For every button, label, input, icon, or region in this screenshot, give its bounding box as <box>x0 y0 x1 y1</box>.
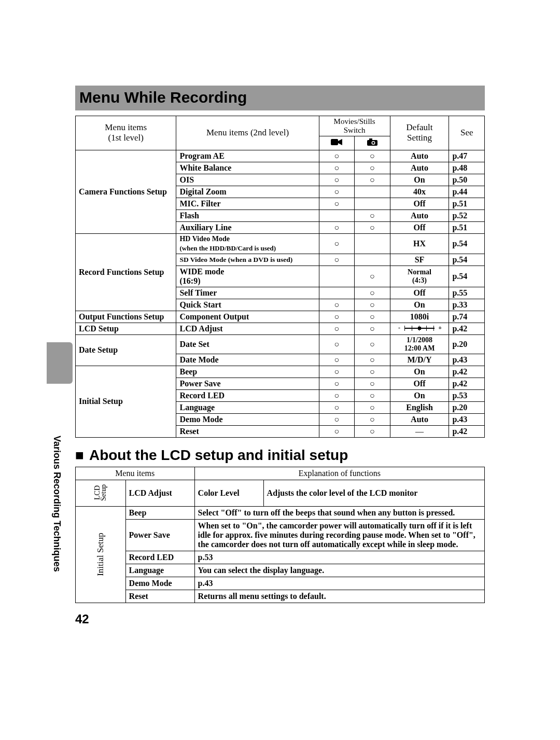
still-switch-cell <box>355 389 390 401</box>
menu-item-cell: OIS <box>176 174 319 186</box>
about-item-cell: LCD Adjust <box>125 480 194 506</box>
vertical-category-lcd: LCDSetup <box>76 480 126 506</box>
table-row: Initial SetupBeepSelect "Off" to turn of… <box>76 506 485 519</box>
header-col1-line2: (1st level) <box>108 133 144 143</box>
movie-switch-cell <box>319 210 355 221</box>
table-row: LCD SetupLCD Adjust-+p.42 <box>76 323 485 334</box>
still-switch-cell <box>355 254 390 266</box>
header-see: See <box>449 116 485 150</box>
svg-rect-2 <box>369 138 372 141</box>
see-page-cell: p.43 <box>449 354 485 366</box>
movie-switch-cell <box>319 266 355 287</box>
vertical-category-initial: Initial Setup <box>76 506 126 603</box>
menu-item-cell: SD Video Mode (when a DVD is used) <box>176 254 319 266</box>
default-cell: Normal(4:3) <box>390 266 449 287</box>
table-row: Date SetupDate Set1/1/200812:00 AMp.20 <box>76 334 485 354</box>
menu-item-cell: MIC. Filter <box>176 198 319 210</box>
default-cell: On <box>390 174 449 186</box>
menu-item-cell: Quick Start <box>176 299 319 311</box>
table-row: Initial SetupBeepOnp.42 <box>76 366 485 378</box>
still-switch-cell <box>355 425 390 437</box>
still-switch-cell <box>355 354 390 366</box>
see-page-cell: p.54 <box>449 266 485 287</box>
see-page-cell: p.42 <box>449 366 485 378</box>
header-default-line2: Setting <box>407 133 432 143</box>
header-movie-icon <box>319 136 355 150</box>
about-item-cell: Language <box>125 564 194 577</box>
table-row: Camera Functions SetupProgram AEAutop.47 <box>76 150 485 162</box>
group-name-cell: LCD Setup <box>76 323 176 334</box>
table-row: LanguageYou can select the display langu… <box>76 564 485 577</box>
square-bullet-icon <box>75 447 89 463</box>
still-switch-cell <box>355 287 390 299</box>
default-cell: Off <box>390 287 449 299</box>
default-cell: On <box>390 299 449 311</box>
movie-switch-cell <box>319 323 355 334</box>
movie-switch-cell <box>319 354 355 366</box>
menu-item-cell: Date Set <box>176 334 319 354</box>
about-explanation-cell: You can select the display language. <box>194 564 484 577</box>
table-row: LCDSetupLCD AdjustColor LevelAdjusts the… <box>76 480 485 506</box>
still-switch-cell <box>355 334 390 354</box>
camera-icon <box>367 138 378 146</box>
table-row: Power SaveWhen set to "On", the camcorde… <box>76 519 485 551</box>
about-item-cell: Demo Mode <box>125 577 194 590</box>
menu-item-cell: Language <box>176 401 319 413</box>
see-page-cell: p.54 <box>449 233 485 254</box>
movie-switch-cell <box>319 334 355 354</box>
page-title: Menu While Recording <box>75 86 485 110</box>
movie-icon <box>331 138 342 146</box>
about-explanation-cell: p.43 <box>194 577 484 590</box>
default-cell: — <box>390 425 449 437</box>
default-cell: Off <box>390 221 449 233</box>
movie-switch-cell <box>319 401 355 413</box>
movie-switch-cell <box>319 186 355 198</box>
group-name-cell: Initial Setup <box>76 366 176 437</box>
still-switch-cell <box>355 378 390 389</box>
table-row: Record LEDp.53 <box>76 551 485 564</box>
about-explanation-cell: p.53 <box>194 551 484 564</box>
still-switch-cell <box>355 266 390 287</box>
menu-item-cell: Date Mode <box>176 354 319 366</box>
default-cell: Off <box>390 198 449 210</box>
default-cell: Auto <box>390 413 449 425</box>
see-page-cell: p.43 <box>449 413 485 425</box>
side-section-label: Various Recording Techniques <box>51 436 62 572</box>
still-switch-cell <box>355 413 390 425</box>
still-switch-cell <box>355 299 390 311</box>
see-page-cell: p.33 <box>449 299 485 311</box>
default-cell: 40x <box>390 186 449 198</box>
see-page-cell: p.50 <box>449 174 485 186</box>
menu-table: Menu items (1st level) Menu items (2nd l… <box>75 116 485 438</box>
default-cell: -+ <box>390 323 449 334</box>
movie-switch-cell <box>319 425 355 437</box>
see-page-cell: p.42 <box>449 378 485 389</box>
svg-point-4 <box>372 142 374 144</box>
still-switch-cell <box>355 150 390 162</box>
slider-icon: -+ <box>401 325 438 331</box>
about-item-cell: Beep <box>125 506 194 519</box>
movie-switch-cell <box>319 287 355 299</box>
header-movies-stills: Movies/Stills Switch <box>319 116 390 136</box>
header-still-icon <box>355 136 390 150</box>
table-row: Record Functions SetupHD Video Mode(when… <box>76 233 485 254</box>
movie-switch-cell <box>319 162 355 174</box>
movie-switch-cell <box>319 311 355 323</box>
see-page-cell: p.51 <box>449 198 485 210</box>
movie-switch-cell <box>319 378 355 389</box>
still-switch-cell <box>355 162 390 174</box>
movie-switch-cell <box>319 299 355 311</box>
section-heading: About the LCD setup and initial setup <box>75 447 485 464</box>
menu-item-cell: Power Save <box>176 378 319 389</box>
about-explanation-cell: Select "Off" to turn off the beeps that … <box>194 506 484 519</box>
movie-switch-cell <box>319 150 355 162</box>
still-switch-cell <box>355 366 390 378</box>
menu-item-cell: Program AE <box>176 150 319 162</box>
default-cell: M/D/Y <box>390 354 449 366</box>
about-item-cell: Reset <box>125 590 194 603</box>
default-cell: On <box>390 389 449 401</box>
movie-switch-cell <box>319 174 355 186</box>
see-page-cell: p.48 <box>449 162 485 174</box>
see-page-cell: p.42 <box>449 323 485 334</box>
section-heading-text: About the LCD setup and initial setup <box>89 447 348 463</box>
